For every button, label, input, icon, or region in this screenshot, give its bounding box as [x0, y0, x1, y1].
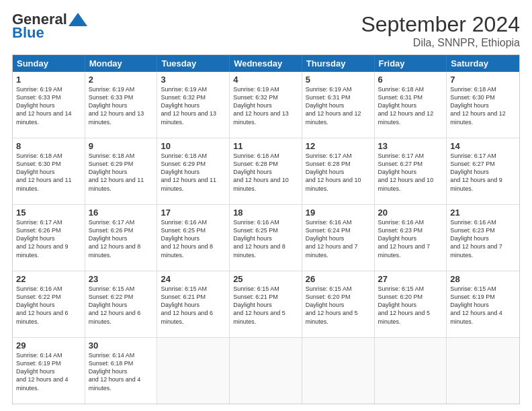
day-number: 21 — [450, 208, 516, 218]
page: General Blue September 2024 Dila, SNNPR,… — [0, 0, 532, 411]
cell-content: Sunrise: 6:14 AMSunset: 6:18 PMDaylight … — [89, 352, 141, 392]
day-number: 26 — [306, 274, 371, 284]
cell-content: Sunrise: 6:15 AMSunset: 6:20 PMDaylight … — [378, 285, 431, 325]
day-number: 14 — [450, 141, 516, 151]
cell-content: Sunrise: 6:17 AMSunset: 6:27 PMDaylight … — [378, 152, 434, 192]
day-number: 2 — [89, 75, 154, 85]
day-header-tuesday: Tuesday — [157, 55, 230, 72]
calendar-cell: 12 Sunrise: 6:17 AMSunset: 6:28 PMDaylig… — [302, 138, 375, 204]
day-number: 19 — [306, 208, 371, 218]
svg-marker-0 — [69, 13, 87, 26]
calendar-cell — [230, 338, 302, 404]
calendar-row-5: 29 Sunrise: 6:14 AMSunset: 6:19 PMDaylig… — [13, 338, 519, 404]
location-title: Dila, SNNPR, Ethiopia — [361, 37, 520, 49]
cell-content: Sunrise: 6:16 AMSunset: 6:22 PMDaylight … — [16, 285, 69, 325]
day-number: 16 — [89, 208, 154, 218]
day-number: 13 — [378, 141, 443, 151]
title-block: September 2024 Dila, SNNPR, Ethiopia — [361, 12, 520, 49]
calendar-cell: 26 Sunrise: 6:15 AMSunset: 6:20 PMDaylig… — [302, 271, 375, 337]
calendar-header: SundayMondayTuesdayWednesdayThursdayFrid… — [13, 55, 519, 72]
cell-content: Sunrise: 6:17 AMSunset: 6:27 PMDaylight … — [450, 152, 502, 192]
day-number: 27 — [378, 274, 443, 284]
calendar-cell: 24 Sunrise: 6:15 AMSunset: 6:21 PMDaylig… — [157, 271, 230, 337]
calendar-row-3: 15 Sunrise: 6:17 AMSunset: 6:26 PMDaylig… — [13, 205, 519, 271]
calendar-cell: 13 Sunrise: 6:17 AMSunset: 6:27 PMDaylig… — [375, 138, 447, 204]
day-number: 7 — [450, 75, 516, 85]
day-header-thursday: Thursday — [302, 55, 375, 72]
day-number: 15 — [16, 208, 81, 218]
calendar-cell: 27 Sunrise: 6:15 AMSunset: 6:20 PMDaylig… — [375, 271, 447, 337]
cell-content: Sunrise: 6:19 AMSunset: 6:32 PMDaylight … — [161, 86, 216, 126]
cell-content: Sunrise: 6:16 AMSunset: 6:24 PMDaylight … — [306, 219, 358, 259]
month-title: September 2024 — [361, 12, 520, 37]
day-number: 25 — [233, 274, 298, 284]
day-number: 17 — [161, 208, 226, 218]
logo-blue-text: Blue — [12, 24, 44, 41]
calendar-row-4: 22 Sunrise: 6:16 AMSunset: 6:22 PMDaylig… — [13, 271, 519, 338]
day-number: 10 — [161, 141, 226, 151]
day-header-wednesday: Wednesday — [230, 55, 302, 72]
cell-content: Sunrise: 6:18 AMSunset: 6:30 PMDaylight … — [16, 152, 72, 192]
day-number: 18 — [233, 208, 298, 218]
calendar-cell: 28 Sunrise: 6:15 AMSunset: 6:19 PMDaylig… — [447, 271, 519, 337]
calendar-body: 1 Sunrise: 6:19 AMSunset: 6:33 PMDayligh… — [13, 72, 519, 404]
calendar-cell: 10 Sunrise: 6:18 AMSunset: 6:29 PMDaylig… — [157, 138, 230, 204]
cell-content: Sunrise: 6:17 AMSunset: 6:28 PMDaylight … — [306, 152, 361, 192]
calendar-cell: 7 Sunrise: 6:18 AMSunset: 6:30 PMDayligh… — [447, 72, 519, 138]
calendar-cell: 23 Sunrise: 6:15 AMSunset: 6:22 PMDaylig… — [85, 271, 158, 337]
calendar-cell — [375, 338, 447, 404]
day-header-friday: Friday — [375, 55, 447, 72]
day-number: 24 — [161, 274, 226, 284]
calendar-cell: 14 Sunrise: 6:17 AMSunset: 6:27 PMDaylig… — [447, 138, 519, 204]
header: General Blue September 2024 Dila, SNNPR,… — [12, 12, 520, 49]
day-number: 8 — [16, 141, 81, 151]
cell-content: Sunrise: 6:15 AMSunset: 6:21 PMDaylight … — [161, 285, 213, 325]
cell-content: Sunrise: 6:19 AMSunset: 6:32 PMDaylight … — [233, 86, 289, 126]
day-header-sunday: Sunday — [13, 55, 85, 72]
cell-content: Sunrise: 6:19 AMSunset: 6:33 PMDaylight … — [89, 86, 144, 126]
cell-content: Sunrise: 6:16 AMSunset: 6:23 PMDaylight … — [450, 219, 502, 259]
day-number: 30 — [89, 340, 154, 351]
calendar-cell: 29 Sunrise: 6:14 AMSunset: 6:19 PMDaylig… — [13, 338, 85, 404]
logo-icon — [69, 13, 87, 26]
day-number: 1 — [16, 75, 81, 85]
calendar-cell: 8 Sunrise: 6:18 AMSunset: 6:30 PMDayligh… — [13, 138, 85, 204]
cell-content: Sunrise: 6:17 AMSunset: 6:26 PMDaylight … — [16, 219, 69, 259]
calendar-cell: 18 Sunrise: 6:16 AMSunset: 6:25 PMDaylig… — [230, 205, 302, 271]
calendar-cell: 9 Sunrise: 6:18 AMSunset: 6:29 PMDayligh… — [85, 138, 158, 204]
day-header-saturday: Saturday — [447, 55, 519, 72]
cell-content: Sunrise: 6:16 AMSunset: 6:23 PMDaylight … — [378, 219, 431, 259]
calendar-cell — [447, 338, 519, 404]
calendar-cell: 22 Sunrise: 6:16 AMSunset: 6:22 PMDaylig… — [13, 271, 85, 337]
cell-content: Sunrise: 6:15 AMSunset: 6:19 PMDaylight … — [450, 285, 502, 325]
cell-content: Sunrise: 6:17 AMSunset: 6:26 PMDaylight … — [89, 219, 141, 259]
day-number: 6 — [378, 75, 443, 85]
cell-content: Sunrise: 6:18 AMSunset: 6:30 PMDaylight … — [450, 86, 506, 126]
day-number: 23 — [89, 274, 154, 284]
cell-content: Sunrise: 6:18 AMSunset: 6:31 PMDaylight … — [378, 86, 434, 126]
calendar-cell: 4 Sunrise: 6:19 AMSunset: 6:32 PMDayligh… — [230, 72, 302, 138]
calendar-cell: 6 Sunrise: 6:18 AMSunset: 6:31 PMDayligh… — [375, 72, 447, 138]
cell-content: Sunrise: 6:14 AMSunset: 6:19 PMDaylight … — [16, 352, 69, 392]
cell-content: Sunrise: 6:18 AMSunset: 6:28 PMDaylight … — [233, 152, 289, 192]
cell-content: Sunrise: 6:19 AMSunset: 6:31 PMDaylight … — [306, 86, 361, 126]
cell-content: Sunrise: 6:15 AMSunset: 6:21 PMDaylight … — [233, 285, 285, 325]
calendar-cell: 11 Sunrise: 6:18 AMSunset: 6:28 PMDaylig… — [230, 138, 302, 204]
day-number: 29 — [16, 340, 81, 351]
calendar-cell: 21 Sunrise: 6:16 AMSunset: 6:23 PMDaylig… — [447, 205, 519, 271]
calendar-cell: 2 Sunrise: 6:19 AMSunset: 6:33 PMDayligh… — [85, 72, 158, 138]
calendar-cell — [157, 338, 230, 404]
cell-content: Sunrise: 6:18 AMSunset: 6:29 PMDaylight … — [89, 152, 144, 192]
calendar-cell: 5 Sunrise: 6:19 AMSunset: 6:31 PMDayligh… — [302, 72, 375, 138]
calendar-cell: 15 Sunrise: 6:17 AMSunset: 6:26 PMDaylig… — [13, 205, 85, 271]
calendar-cell: 3 Sunrise: 6:19 AMSunset: 6:32 PMDayligh… — [157, 72, 230, 138]
day-number: 12 — [306, 141, 371, 151]
cell-content: Sunrise: 6:16 AMSunset: 6:25 PMDaylight … — [233, 219, 285, 259]
day-number: 22 — [16, 274, 81, 284]
cell-content: Sunrise: 6:18 AMSunset: 6:29 PMDaylight … — [161, 152, 216, 192]
calendar-cell: 20 Sunrise: 6:16 AMSunset: 6:23 PMDaylig… — [375, 205, 447, 271]
day-header-monday: Monday — [85, 55, 158, 72]
calendar-cell: 16 Sunrise: 6:17 AMSunset: 6:26 PMDaylig… — [85, 205, 158, 271]
cell-content: Sunrise: 6:16 AMSunset: 6:25 PMDaylight … — [161, 219, 213, 259]
calendar-cell: 1 Sunrise: 6:19 AMSunset: 6:33 PMDayligh… — [13, 72, 85, 138]
